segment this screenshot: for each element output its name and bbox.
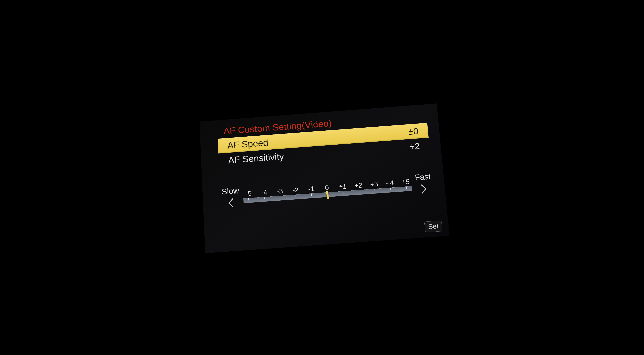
slider-left-group: Slow xyxy=(222,186,240,209)
tick-label: -1 xyxy=(306,185,317,193)
menu-item-label: AF Sensitivity xyxy=(228,151,284,165)
tick-mark xyxy=(280,196,280,198)
menu-item-value: +2 xyxy=(409,141,420,152)
af-speed-slider: Slow -5 -4 -3 -2 -1 0 +1 +2 +3 +4 +5 xyxy=(220,172,434,209)
menu-item-value: ±0 xyxy=(408,126,419,137)
tick-mark xyxy=(358,190,359,192)
tick-mark xyxy=(343,191,343,193)
tick-mark xyxy=(248,198,249,200)
slider-right-group: Fast xyxy=(414,172,432,195)
tick-mark xyxy=(264,197,264,199)
slider-min-label: Slow xyxy=(222,186,239,196)
slider-track-container: -5 -4 -3 -2 -1 0 +1 +2 +3 +4 +5 xyxy=(243,178,412,203)
tick-mark xyxy=(406,186,407,189)
tick-label: +4 xyxy=(384,179,396,187)
set-button[interactable]: Set xyxy=(424,220,442,232)
menu-item-label: AF Speed xyxy=(227,137,268,151)
tick-label: -3 xyxy=(274,187,286,195)
tick-mark xyxy=(390,188,391,190)
camera-menu-screen: AF Custom Setting(Video) AF Speed ±0 AF … xyxy=(200,103,450,253)
tick-mark xyxy=(311,194,312,196)
chevron-right-icon[interactable] xyxy=(420,183,428,195)
tick-mark xyxy=(295,195,296,197)
slider-indicator[interactable] xyxy=(326,191,329,199)
slider-max-label: Fast xyxy=(414,172,431,182)
tick-label: +2 xyxy=(352,181,364,190)
tick-label: +3 xyxy=(368,180,380,189)
tick-label: +5 xyxy=(400,178,412,186)
tick-label: -4 xyxy=(258,188,270,197)
tick-label: -5 xyxy=(243,189,254,198)
tick-mark xyxy=(374,189,375,191)
tick-label: +1 xyxy=(337,182,348,191)
chevron-left-icon[interactable] xyxy=(227,197,235,209)
tick-label: -2 xyxy=(290,186,301,194)
